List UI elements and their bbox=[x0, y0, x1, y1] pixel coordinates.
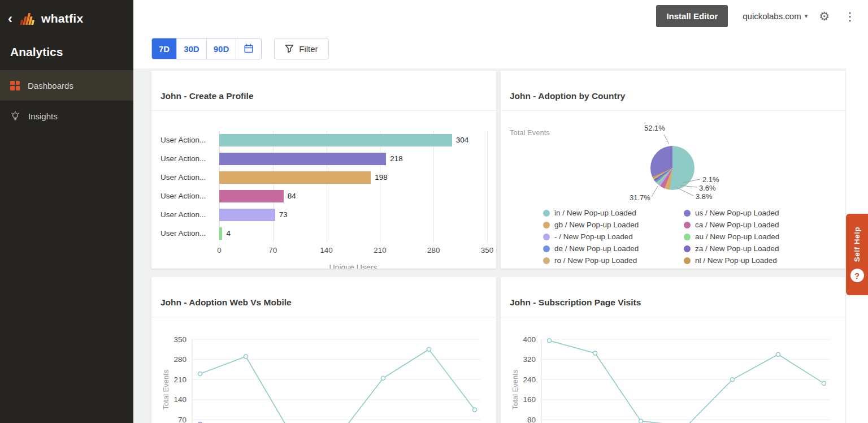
bar-category-label: User Action... bbox=[160, 205, 219, 224]
bar[interactable] bbox=[219, 171, 371, 184]
legend-item[interactable]: nl / New Pop-up Loaded bbox=[684, 256, 824, 265]
gear-icon[interactable]: ⚙ bbox=[819, 10, 830, 22]
data-point[interactable] bbox=[731, 378, 735, 382]
funnel-icon bbox=[285, 44, 294, 53]
bar-row: 304 bbox=[219, 131, 487, 149]
bar-value-label: 198 bbox=[375, 173, 388, 182]
data-point[interactable] bbox=[593, 351, 597, 355]
pie-percentage-label: 2.1% bbox=[702, 175, 719, 184]
pie-chart-area: Total Events52.1%2.1%3.6%3.8%31.7%in / N… bbox=[501, 119, 845, 269]
data-point[interactable] bbox=[427, 347, 431, 351]
bar-category-labels: User Action...User Action...User Action.… bbox=[160, 131, 219, 243]
legend-item[interactable]: au / New Pop-up Loaded bbox=[684, 232, 824, 241]
legend-label: us / New Pop-up Loaded bbox=[695, 209, 779, 217]
kebab-menu-icon[interactable]: ⋮ bbox=[841, 11, 859, 22]
legend-dot-icon bbox=[684, 245, 691, 252]
legend-label: au / New Pop-up Loaded bbox=[695, 232, 779, 241]
x-tick-label: 210 bbox=[374, 246, 387, 254]
legend-item[interactable]: gb / New Pop-up Loaded bbox=[543, 221, 684, 229]
sidebar-item-insights[interactable]: Insights bbox=[0, 101, 133, 131]
legend-dot-icon bbox=[543, 245, 550, 252]
bar-row: 84 bbox=[219, 187, 487, 205]
bar-value-label: 4 bbox=[226, 229, 231, 238]
date-range-group: 7D 30D 90D bbox=[151, 38, 262, 59]
legend-item[interactable]: - / New Pop-up Loaded bbox=[543, 232, 684, 241]
bar-value-label: 218 bbox=[390, 154, 403, 163]
range-7d-button[interactable]: 7D bbox=[152, 38, 177, 59]
bar-category-label: User Action... bbox=[160, 224, 219, 243]
legend-label: de / New Pop-up Loaded bbox=[554, 244, 639, 253]
legend-label: gb / New Pop-up Loaded bbox=[554, 221, 639, 229]
chart-card-web-vs-mobile: John - Adoption Web Vs Mobile 0701402102… bbox=[151, 277, 496, 423]
range-30d-button[interactable]: 30D bbox=[177, 38, 207, 59]
x-tick-label: 280 bbox=[427, 246, 440, 254]
bar[interactable] bbox=[219, 153, 386, 165]
filter-label: Filter bbox=[299, 44, 318, 54]
legend-item[interactable]: za / New Pop-up Loaded bbox=[684, 244, 824, 253]
legend-item[interactable]: ro / New Pop-up Loaded bbox=[543, 256, 684, 265]
legend-dot-icon bbox=[543, 234, 550, 240]
svg-text:140: 140 bbox=[173, 395, 186, 404]
range-90d-button[interactable]: 90D bbox=[207, 38, 237, 59]
filter-button[interactable]: Filter bbox=[274, 38, 328, 59]
section-title: Analytics bbox=[0, 29, 133, 70]
line-chart-body: 080160240320400Total Events bbox=[501, 326, 845, 423]
legend-label: ro / New Pop-up Loaded bbox=[554, 256, 637, 265]
svg-text:70: 70 bbox=[178, 416, 186, 423]
bar[interactable] bbox=[219, 209, 275, 221]
sidebar: ‹ whatfix Analytics Dashboards bbox=[0, 0, 133, 423]
legend-item[interactable]: us / New Pop-up Loaded bbox=[684, 209, 824, 217]
sidebar-item-label: Insights bbox=[28, 111, 58, 121]
data-point[interactable] bbox=[548, 339, 552, 343]
card-title: John - Subscription Page Visits bbox=[501, 286, 845, 317]
whatfix-logo-mark bbox=[19, 11, 37, 26]
legend-dot-icon bbox=[684, 257, 691, 264]
data-point[interactable] bbox=[473, 408, 477, 412]
legend-dot-icon bbox=[684, 222, 691, 228]
svg-text:210: 210 bbox=[173, 375, 186, 384]
data-point[interactable] bbox=[198, 372, 202, 376]
calendar-icon bbox=[244, 44, 254, 54]
svg-text:Total Events: Total Events bbox=[511, 369, 519, 409]
data-point[interactable] bbox=[822, 381, 826, 385]
question-mark-icon: ? bbox=[850, 269, 864, 282]
x-axis: 070140210280350 bbox=[219, 246, 487, 256]
card-title: John - Adoption Web Vs Mobile bbox=[151, 286, 496, 317]
line-chart-body: 070140210280350Total Events bbox=[151, 326, 496, 423]
pie-percentage-label: 52.1% bbox=[644, 124, 665, 132]
chart-card-create-profile: John - Create a Profile User Action...Us… bbox=[151, 71, 496, 269]
legend-item[interactable]: ca / New Pop-up Loaded bbox=[684, 221, 824, 229]
x-tick-label: 350 bbox=[481, 246, 494, 254]
bar[interactable] bbox=[219, 134, 452, 146]
line-chart: 070140210280350Total Events bbox=[160, 333, 487, 423]
pie[interactable] bbox=[650, 146, 695, 190]
svg-text:80: 80 bbox=[527, 416, 536, 423]
data-point[interactable] bbox=[381, 376, 385, 380]
legend-label: za / New Pop-up Loaded bbox=[695, 244, 779, 253]
line-chart: 080160240320400Total Events bbox=[510, 333, 836, 423]
data-point[interactable] bbox=[244, 355, 248, 359]
pie-chart-body: Total Events52.1%2.1%3.6%3.8%31.7%in / N… bbox=[501, 119, 845, 269]
bar-plot-area: 30421819884734 bbox=[219, 131, 487, 243]
svg-text:350: 350 bbox=[173, 335, 186, 344]
install-editor-button[interactable]: Install Editor bbox=[656, 5, 728, 27]
bar[interactable] bbox=[219, 190, 284, 202]
legend-dot-icon bbox=[684, 234, 691, 240]
legend-label: in / New Pop-up Loaded bbox=[554, 209, 636, 217]
svg-text:280: 280 bbox=[173, 355, 186, 364]
data-point[interactable] bbox=[639, 419, 643, 423]
calendar-button[interactable] bbox=[236, 38, 261, 59]
bar[interactable] bbox=[219, 227, 222, 240]
account-dropdown[interactable]: quickolabs.com ▾ bbox=[743, 11, 808, 21]
bar-category-label: User Action... bbox=[160, 131, 219, 149]
filter-toolbar: 7D 30D 90D Filter bbox=[133, 32, 868, 68]
sidebar-item-dashboards[interactable]: Dashboards bbox=[0, 70, 133, 101]
bar-row: 73 bbox=[219, 205, 487, 224]
self-help-tab[interactable]: Self Help ? bbox=[846, 214, 868, 295]
x-tick-label: 0 bbox=[217, 246, 222, 254]
data-point[interactable] bbox=[776, 352, 780, 356]
bar-row: 218 bbox=[219, 149, 487, 168]
collapse-chevron-icon[interactable]: ‹ bbox=[8, 12, 12, 25]
legend-item[interactable]: de / New Pop-up Loaded bbox=[543, 244, 684, 253]
legend-item[interactable]: in / New Pop-up Loaded bbox=[543, 209, 684, 217]
